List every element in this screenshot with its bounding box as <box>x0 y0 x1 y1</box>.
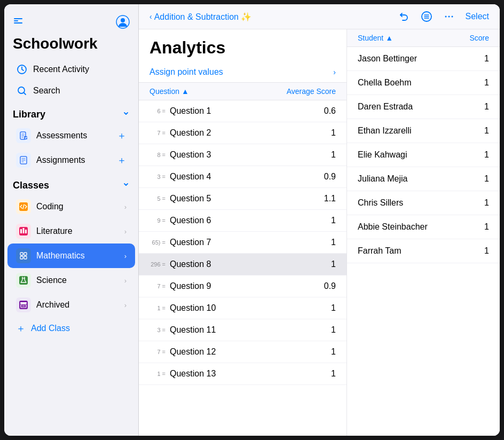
question-prefix: 3 = <box>143 174 170 180</box>
question-score: 1 <box>320 238 336 247</box>
student-score: 1 <box>484 78 489 88</box>
student-name: Jason Bettinger <box>358 54 417 64</box>
clock-icon <box>16 64 28 75</box>
question-row[interactable]: 65) = Question 7 1 <box>139 232 346 254</box>
student-score: 1 <box>484 54 489 64</box>
svg-rect-1 <box>14 20 18 21</box>
student-score: 1 <box>484 102 489 112</box>
question-row[interactable]: 9 = Question 6 1 <box>139 210 346 232</box>
question-score: 0.6 <box>320 106 336 116</box>
sidebar-item-recent-activity[interactable]: Recent Activity <box>7 59 135 80</box>
sidebar-toggle-button[interactable] <box>13 17 23 27</box>
svg-rect-20 <box>19 276 28 285</box>
question-name: Question 3 <box>170 150 320 160</box>
student-column-label: Student <box>358 34 383 42</box>
student-sort-button[interactable]: Student ▲ <box>358 34 393 42</box>
question-name: Question 4 <box>170 172 320 182</box>
undo-button[interactable] <box>398 11 410 22</box>
svg-rect-13 <box>23 228 25 233</box>
student-name: Elie Kahwagi <box>358 150 407 160</box>
question-prefix: 1 = <box>143 305 170 311</box>
sidebar-item-science[interactable]: Science › <box>7 268 135 293</box>
library-section-header[interactable]: Library <box>4 101 138 123</box>
recent-activity-label: Recent Activity <box>33 65 127 74</box>
assign-point-chevron-icon: › <box>333 68 336 76</box>
archived-label: Archived <box>36 300 119 310</box>
student-row[interactable]: Chella Boehm 1 <box>347 71 500 95</box>
library-chevron-icon <box>122 110 130 119</box>
question-row[interactable]: 1 = Question 13 1 <box>139 363 346 385</box>
add-assignment-button[interactable]: ＋ <box>117 154 127 167</box>
question-row[interactable]: 5 = Question 5 1.1 <box>139 188 346 210</box>
question-score: 1 <box>320 369 336 379</box>
add-class-label: Add Class <box>31 324 70 333</box>
list-view-button[interactable] <box>421 11 432 22</box>
student-row[interactable]: Elie Kahwagi 1 <box>347 143 500 167</box>
question-score: 0.9 <box>320 172 336 182</box>
profile-button[interactable] <box>116 15 130 29</box>
question-prefix: 65) = <box>143 239 170 246</box>
mathematics-label: Mathematics <box>36 251 119 261</box>
sidebar-item-archived[interactable]: Archived › <box>7 293 135 317</box>
question-prefix: 3 = <box>143 327 170 333</box>
student-score: 1 <box>484 126 489 136</box>
question-prefix: 7 = <box>143 349 170 355</box>
sidebar-item-mathematics[interactable]: Mathematics › <box>7 243 135 268</box>
question-row[interactable]: 296 = Question 8 1 <box>139 254 346 276</box>
classes-chevron-icon <box>122 181 130 190</box>
coding-label: Coding <box>36 202 119 211</box>
assessments-icon <box>16 128 31 143</box>
question-score: 1 <box>320 325 336 335</box>
assign-point-label: Assign point values <box>149 67 223 77</box>
student-row[interactable]: Farrah Tam 1 <box>347 239 500 263</box>
question-name: Question 11 <box>170 325 320 335</box>
svg-rect-14 <box>25 230 27 233</box>
question-sort-button[interactable]: Question ▲ <box>149 87 189 96</box>
back-button[interactable]: ‹ Addition & Subtraction ✨ <box>149 12 251 28</box>
sidebar-item-coding[interactable]: Coding › <box>7 194 135 219</box>
sidebar-item-literature[interactable]: Literature › <box>7 219 135 243</box>
student-name: Ethan Izzarelli <box>358 126 412 136</box>
library-item-assignments[interactable]: Assignments ＋ <box>7 148 135 172</box>
questions-list: 6 = Question 1 0.6 7 = Question 2 1 8 = … <box>139 100 346 436</box>
student-row[interactable]: Juliana Mejia 1 <box>347 167 500 191</box>
student-score: 1 <box>484 174 489 184</box>
student-row[interactable]: Chris Sillers 1 <box>347 191 500 215</box>
question-row[interactable]: 7 = Question 9 0.9 <box>139 276 346 297</box>
question-row[interactable]: 7 = Question 2 1 <box>139 122 346 144</box>
app-title: Schoolwork <box>4 35 138 59</box>
add-class-plus-icon: ＋ <box>16 322 26 335</box>
assign-point-values-row[interactable]: Assign point values › <box>139 62 346 83</box>
student-row[interactable]: Jason Bettinger 1 <box>347 47 500 71</box>
students-column-header: Student ▲ Score <box>347 29 500 47</box>
student-row[interactable]: Daren Estrada 1 <box>347 95 500 119</box>
select-button[interactable]: Select <box>466 12 489 21</box>
analytics-title: Analytics <box>139 29 346 62</box>
question-row[interactable]: 6 = Question 1 0.6 <box>139 100 346 122</box>
question-row[interactable]: 3 = Question 4 0.9 <box>139 166 346 188</box>
add-class-button[interactable]: ＋ Add Class <box>7 317 135 340</box>
question-name: Question 6 <box>170 216 320 225</box>
question-row[interactable]: 1 = Question 10 1 <box>139 297 346 319</box>
classes-section-header[interactable]: Classes <box>4 172 138 194</box>
student-row[interactable]: Abbie Steinbacher 1 <box>347 215 500 239</box>
question-prefix: 296 = <box>143 261 170 268</box>
sidebar-item-search[interactable]: Search <box>7 80 135 101</box>
archived-chevron-icon: › <box>124 301 127 309</box>
question-prefix: 1 = <box>143 371 170 377</box>
svg-rect-23 <box>20 302 27 304</box>
question-score: 0.9 <box>320 281 336 291</box>
question-row[interactable]: 7 = Question 12 1 <box>139 341 346 363</box>
search-icon <box>16 85 28 97</box>
add-assessment-button[interactable]: ＋ <box>117 129 127 142</box>
question-score: 1 <box>320 347 336 357</box>
science-icon <box>16 273 31 288</box>
question-score: 1 <box>320 260 336 269</box>
student-name: Chris Sillers <box>358 198 403 208</box>
question-row[interactable]: 3 = Question 11 1 <box>139 319 346 341</box>
more-button[interactable] <box>443 11 455 22</box>
student-row[interactable]: Ethan Izzarelli 1 <box>347 119 500 143</box>
assignments-icon <box>16 153 31 168</box>
library-item-assessments[interactable]: Assessments ＋ <box>7 123 135 148</box>
question-row[interactable]: 8 = Question 3 1 <box>139 144 346 166</box>
